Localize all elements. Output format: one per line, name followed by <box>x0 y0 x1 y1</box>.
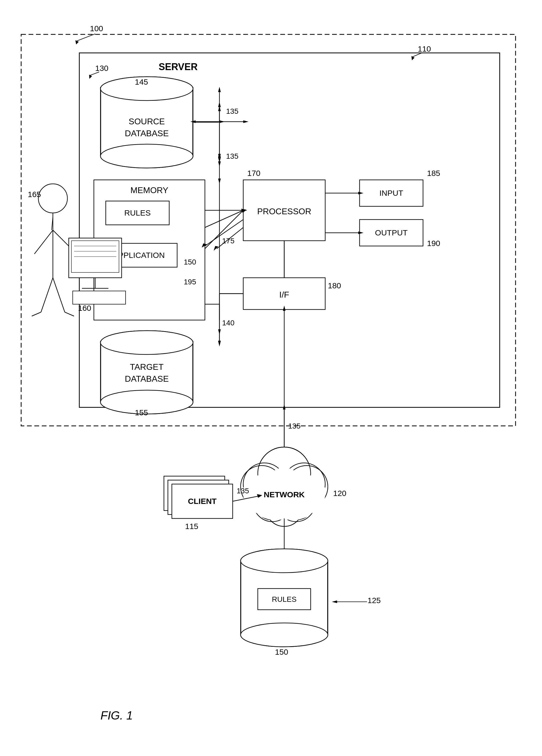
memory-label: MEMORY <box>130 185 168 195</box>
ref-170: 170 <box>247 169 261 177</box>
svg-marker-78 <box>283 404 285 409</box>
svg-point-20 <box>101 331 193 354</box>
svg-line-57 <box>90 72 99 75</box>
ref-135c: 135 <box>288 422 300 430</box>
ref-115: 115 <box>185 522 198 531</box>
input-label: INPUT <box>379 189 403 197</box>
ref-100: 100 <box>90 24 103 33</box>
target-db-label-line2: DATABASE <box>125 374 169 384</box>
ref-145: 145 <box>135 78 148 86</box>
svg-rect-76 <box>73 291 126 304</box>
svg-point-60 <box>38 184 67 213</box>
svg-line-53 <box>77 34 95 41</box>
source-db-label-line2: DATABASE <box>125 129 169 138</box>
ref-140: 140 <box>222 319 235 327</box>
ref-180: 180 <box>328 281 341 290</box>
client-label: CLIENT <box>188 497 217 505</box>
ref-120: 120 <box>333 489 346 498</box>
svg-marker-109 <box>332 600 337 603</box>
ref-130: 130 <box>95 64 108 72</box>
rules-label-inner: RULES <box>124 208 151 217</box>
network-label: NETWORK <box>264 490 305 499</box>
ref-135d: 135 <box>237 487 249 495</box>
ref-165: 165 <box>28 190 41 199</box>
ref-155: 155 <box>135 408 148 417</box>
ref-195: 195 <box>184 278 196 286</box>
svg-marker-116 <box>220 120 225 123</box>
diagram: SERVER SOURCE DATABASE MEMORY RULES APPL… <box>0 0 542 756</box>
svg-line-67 <box>65 312 74 316</box>
processor-label: PROCESSOR <box>257 207 311 216</box>
ref-150-bottom: 150 <box>275 648 288 656</box>
source-db-label-line1: SOURCE <box>129 117 165 126</box>
svg-marker-114 <box>218 161 221 167</box>
svg-line-64 <box>41 278 53 312</box>
server-label: SERVER <box>159 61 198 72</box>
svg-line-119 <box>217 227 243 249</box>
svg-point-106 <box>241 549 328 573</box>
ref-190: 190 <box>427 239 440 248</box>
svg-marker-120 <box>214 246 219 251</box>
target-db-label-line1: TARGET <box>130 362 163 372</box>
svg-line-62 <box>34 230 53 254</box>
svg-point-8 <box>101 144 193 168</box>
svg-point-105 <box>241 623 328 647</box>
svg-line-55 <box>412 53 422 57</box>
ref-135a: 135 <box>226 107 239 115</box>
svg-line-31 <box>205 210 243 227</box>
svg-line-65 <box>53 278 65 312</box>
ref-125: 125 <box>367 596 381 605</box>
output-label: OUTPUT <box>375 228 407 237</box>
svg-marker-122 <box>218 87 221 92</box>
ref-185: 185 <box>427 169 440 177</box>
ref-175: 175 <box>222 237 235 245</box>
fig1-label: FIG. 1 <box>101 709 133 722</box>
rules-label-bottom: RULES <box>272 595 296 603</box>
ref-135b: 135 <box>226 152 239 160</box>
ref-160: 160 <box>78 304 91 312</box>
ref-150-inner: 150 <box>184 258 196 266</box>
svg-marker-112 <box>218 341 221 347</box>
ref-110: 110 <box>418 44 431 53</box>
svg-marker-26 <box>243 120 249 123</box>
if-label: I/F <box>279 290 289 299</box>
svg-line-66 <box>32 312 41 316</box>
